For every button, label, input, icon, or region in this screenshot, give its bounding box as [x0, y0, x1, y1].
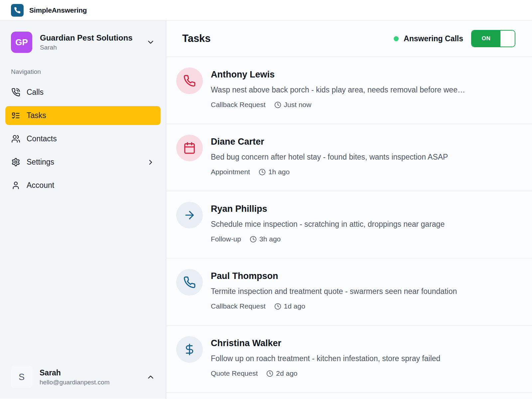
task-type: Callback Request	[211, 101, 266, 109]
task-type: Callback Request	[211, 302, 266, 310]
workspace-avatar: GP	[11, 32, 32, 53]
sidebar-nav: Calls Tasks Contacts Settings	[0, 83, 166, 195]
task-name: Paul Thompson	[211, 271, 457, 281]
answering-calls-toggle[interactable]: ON	[471, 30, 515, 47]
task-row[interactable]: Diane Carter Bed bug concern after hotel…	[166, 124, 532, 191]
dollar-icon	[176, 336, 203, 363]
task-time: 1d ago	[284, 302, 305, 310]
arrow-right-icon	[176, 202, 203, 228]
task-type: Quote Request	[211, 369, 258, 377]
answering-status: Answering Calls ON	[394, 30, 515, 47]
phone-icon	[14, 7, 21, 14]
task-name: Anthony Lewis	[211, 69, 465, 80]
user-name: Sarah	[40, 368, 109, 377]
toggle-off-segment	[500, 31, 515, 47]
checklist-icon	[11, 111, 20, 120]
chevron-down-icon	[146, 38, 155, 47]
task-time: 3h ago	[259, 235, 281, 243]
task-time: 2d ago	[276, 369, 297, 377]
clock-icon	[274, 303, 281, 310]
main-panel: Tasks Answering Calls ON Anthony Lewis W…	[166, 21, 532, 399]
task-row[interactable]: Christina Walker Follow up on roach trea…	[166, 326, 532, 393]
task-description: Termite inspection and treatment quote -…	[211, 287, 457, 296]
sidebar-item-settings[interactable]: Settings	[5, 153, 161, 172]
user-avatar: S	[11, 366, 32, 388]
person-icon	[11, 181, 20, 190]
clock-icon	[250, 236, 257, 243]
task-time: 1h ago	[268, 168, 290, 176]
phone-call-icon	[11, 88, 20, 97]
workspace-subtitle: Sarah	[40, 44, 133, 51]
task-row[interactable]: Anthony Lewis Wasp nest above back porch…	[166, 57, 532, 124]
task-list: Anthony Lewis Wasp nest above back porch…	[166, 57, 532, 393]
task-name: Diane Carter	[211, 137, 448, 147]
sidebar: GP Guardian Pest Solutions Sarah Navigat…	[0, 21, 166, 399]
app-header: SimpleAnswering	[0, 0, 532, 21]
task-type: Appointment	[211, 168, 250, 176]
sidebar-item-tasks[interactable]: Tasks	[5, 106, 161, 125]
task-time: Just now	[284, 101, 312, 109]
app-logo	[11, 4, 24, 17]
task-type: Follow-up	[211, 235, 241, 243]
clock-icon	[259, 169, 266, 176]
clock-icon	[266, 370, 273, 377]
task-row[interactable]: Ryan Phillips Schedule mice inspection -…	[166, 191, 532, 258]
status-dot	[394, 36, 399, 41]
nav-section-label: Navigation	[11, 68, 155, 75]
page-title: Tasks	[182, 33, 211, 45]
gear-icon	[11, 158, 20, 167]
sidebar-item-calls[interactable]: Calls	[5, 83, 161, 102]
toggle-on-segment: ON	[472, 31, 500, 47]
sidebar-item-account[interactable]: Account	[5, 176, 161, 195]
users-icon	[11, 134, 20, 143]
user-email: hello@guardianpest.com	[40, 379, 109, 386]
user-menu[interactable]: S Sarah hello@guardianpest.com	[0, 358, 166, 399]
task-description: Schedule mice inspection - scratching in…	[211, 220, 445, 229]
sidebar-item-contacts[interactable]: Contacts	[5, 129, 161, 148]
sidebar-item-label: Contacts	[27, 134, 57, 143]
app-title: SimpleAnswering	[29, 6, 87, 14]
phone-icon	[176, 269, 203, 296]
calendar-icon	[176, 135, 203, 161]
task-description: Follow up on roach treatment - kitchen i…	[211, 354, 440, 363]
sidebar-item-label: Calls	[27, 88, 44, 97]
task-name: Christina Walker	[211, 338, 440, 348]
task-row[interactable]: Paul Thompson Termite inspection and tre…	[166, 258, 532, 326]
chevron-up-icon	[146, 373, 155, 381]
phone-icon	[176, 67, 203, 94]
workspace-name: Guardian Pest Solutions	[40, 33, 133, 43]
task-description: Wasp nest above back porch - kids play a…	[211, 85, 465, 94]
answering-calls-label: Answering Calls	[404, 34, 463, 43]
task-description: Bed bug concern after hotel stay - found…	[211, 153, 448, 162]
sidebar-item-label: Settings	[27, 158, 54, 167]
sidebar-item-label: Account	[27, 181, 54, 190]
clock-icon	[274, 101, 281, 108]
workspace-switcher[interactable]: GP Guardian Pest Solutions Sarah	[0, 32, 166, 53]
main-header: Tasks Answering Calls ON	[166, 21, 532, 57]
chevron-right-icon	[147, 158, 155, 166]
sidebar-item-label: Tasks	[27, 111, 46, 120]
task-name: Ryan Phillips	[211, 204, 445, 214]
